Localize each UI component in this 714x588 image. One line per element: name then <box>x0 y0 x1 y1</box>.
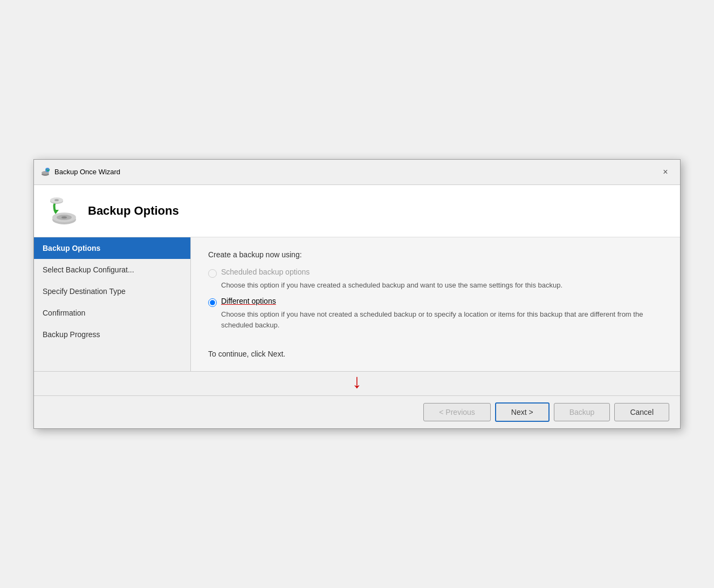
continue-text: To continue, click Next. <box>208 350 663 358</box>
svg-point-10 <box>54 199 59 201</box>
sidebar-item-backup-progress[interactable]: Backup Progress <box>34 324 190 345</box>
title-bar-left: Backup Once Wizard <box>40 167 120 177</box>
sidebar: Backup Options Select Backup Configurat.… <box>34 237 190 372</box>
footer-container: ↓ < Previous Next > Backup Cancel <box>34 371 680 428</box>
wizard-window: Backup Once Wizard × Backup Options <box>33 159 681 429</box>
different-options-text: Different options <box>221 297 276 305</box>
option2-radio[interactable] <box>208 298 217 307</box>
option1-label[interactable]: Scheduled backup options <box>221 268 310 276</box>
header-icon <box>45 194 79 228</box>
create-label: Create a backup now using: <box>208 250 663 259</box>
sidebar-item-backup-options[interactable]: Backup Options <box>34 237 190 259</box>
window-icon <box>40 167 50 177</box>
footer: < Previous Next > Backup Cancel <box>34 395 680 428</box>
main-area: Backup Options Select Backup Configurat.… <box>34 237 680 372</box>
svg-point-6 <box>61 216 67 218</box>
red-arrow-icon: ↓ <box>352 372 362 391</box>
header-area: Backup Options <box>34 185 680 237</box>
window-title: Backup Once Wizard <box>54 168 120 176</box>
sidebar-item-confirmation[interactable]: Confirmation <box>34 302 190 324</box>
next-button[interactable]: Next > <box>495 402 550 422</box>
content-panel: Create a backup now using: Scheduled bac… <box>191 237 680 372</box>
option2-description: Choose this option if you have not creat… <box>221 309 663 330</box>
option2-label[interactable]: Different options <box>221 297 276 305</box>
previous-button[interactable]: < Previous <box>423 403 491 421</box>
title-bar: Backup Once Wizard × <box>34 160 680 185</box>
footer-buttons: < Previous Next > Backup Cancel <box>423 402 669 422</box>
backup-button[interactable]: Backup <box>554 403 610 421</box>
close-button[interactable]: × <box>657 164 674 180</box>
option1-description: Choose this option if you have created a… <box>221 280 663 291</box>
cancel-button[interactable]: Cancel <box>614 403 669 421</box>
sidebar-item-specify-destination[interactable]: Specify Destination Type <box>34 281 190 302</box>
option1-radio-option: Scheduled backup options <box>208 268 663 278</box>
arrow-container: ↓ <box>34 372 680 391</box>
option2-section: Different options Choose this option if … <box>208 297 663 330</box>
backup-icon-large <box>45 194 79 228</box>
option2-radio-option: Different options <box>208 297 663 307</box>
sidebar-item-select-backup-config[interactable]: Select Backup Configurat... <box>34 259 190 281</box>
option1-section: Scheduled backup options Choose this opt… <box>208 268 663 291</box>
option1-radio[interactable] <box>208 269 217 278</box>
header-title: Backup Options <box>88 204 179 218</box>
